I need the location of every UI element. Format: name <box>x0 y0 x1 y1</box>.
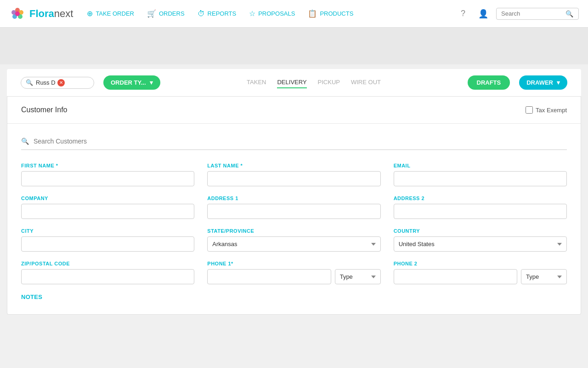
tab-wire-out[interactable]: WIRE OUT <box>351 77 381 88</box>
main-nav: ⊕ TAKE ORDER 🛒 ORDERS ⏱ REPORTS ☆ PROPOS… <box>87 9 456 18</box>
first-name-label: FIRST NAME * <box>21 163 194 168</box>
logo-text: Floranext <box>29 8 73 20</box>
drawer-button[interactable]: DRAWER ▾ <box>519 75 567 90</box>
tab-pickup[interactable]: PICKUP <box>318 77 340 88</box>
order-type-chevron-icon: ▾ <box>150 79 153 86</box>
customer-info-title: Customer Info <box>21 106 67 114</box>
proposals-icon: ☆ <box>249 9 255 18</box>
phone1-group: PHONE 1* Type Mobile Home Work <box>207 261 380 284</box>
zip-group: ZIP/POSTAL CODE <box>21 261 194 284</box>
user-button[interactable]: 👤 <box>476 6 491 21</box>
phone1-inputs: Type Mobile Home Work <box>207 269 380 284</box>
state-group: STATE/PROVINCE Arkansas Alabama Alaska A… <box>207 228 380 252</box>
company-group: COMPANY <box>21 196 194 219</box>
reports-icon: ⏱ <box>198 10 205 18</box>
phone2-type-select[interactable]: Type Mobile Home Work <box>521 269 567 284</box>
country-select[interactable]: United States Canada Mexico <box>394 236 567 252</box>
customer-search-icon: 🔍 <box>26 79 33 86</box>
orders-icon: 🛒 <box>147 9 156 18</box>
address1-input[interactable] <box>207 204 380 219</box>
first-name-input[interactable] <box>21 171 194 186</box>
phone2-inputs: Type Mobile Home Work <box>394 269 567 284</box>
customer-form: FIRST NAME * LAST NAME * EMAIL COMPANY A… <box>21 163 567 284</box>
phone2-input[interactable] <box>394 269 517 284</box>
nav-take-order[interactable]: ⊕ TAKE ORDER <box>87 9 134 18</box>
customer-tag: Russ D ✕ <box>36 79 65 86</box>
phone1-input[interactable] <box>207 269 331 284</box>
search-customers-icon: 🔍 <box>21 138 29 145</box>
notes-link[interactable]: NOTES <box>21 293 42 300</box>
form-area: 🔍 FIRST NAME * LAST NAME * EMAIL COMPANY <box>7 124 581 314</box>
country-group: COUNTRY United States Canada Mexico <box>394 228 567 252</box>
last-name-group: LAST NAME * <box>207 163 380 186</box>
banner <box>0 28 588 64</box>
address2-input[interactable] <box>394 204 567 219</box>
nav-products[interactable]: 📋 PRODUCTS <box>308 9 353 18</box>
search-customers-input[interactable] <box>34 138 567 145</box>
tax-exempt-section: Tax Exempt <box>526 106 567 114</box>
tab-taken[interactable]: TAKEN <box>247 77 266 88</box>
help-button[interactable]: ? <box>456 6 470 21</box>
email-input[interactable] <box>394 171 567 186</box>
order-type-button[interactable]: ORDER TY... ▾ <box>103 75 160 90</box>
search-input[interactable] <box>501 10 565 17</box>
address2-label: ADDRESS 2 <box>394 196 567 201</box>
zip-input[interactable] <box>21 269 194 284</box>
nav-reports[interactable]: ⏱ REPORTS <box>198 10 237 18</box>
zip-label: ZIP/POSTAL CODE <box>21 261 194 266</box>
search-customers-row: 🔍 <box>21 138 567 150</box>
company-input[interactable] <box>21 204 194 219</box>
first-name-group: FIRST NAME * <box>21 163 194 186</box>
header-search: 🔍 <box>496 8 579 20</box>
country-label: COUNTRY <box>394 228 567 234</box>
svg-point-5 <box>15 12 20 16</box>
main-content: Customer Info Tax Exempt 🔍 FIRST NAME * … <box>7 97 581 315</box>
phone1-type-select[interactable]: Type Mobile Home Work <box>335 269 381 284</box>
tab-delivery[interactable]: DELIVERY <box>277 77 306 88</box>
company-label: COMPANY <box>21 196 194 201</box>
tax-exempt-checkbox[interactable] <box>526 106 533 114</box>
drawer-chevron-icon: ▾ <box>557 79 560 86</box>
city-label: CITY <box>21 228 194 234</box>
customer-search-box[interactable]: 🔍 Russ D ✕ <box>21 77 94 89</box>
email-group: EMAIL <box>394 163 567 186</box>
toolbar: 🔍 Russ D ✕ ORDER TY... ▾ TAKEN DELIVERY … <box>7 69 581 97</box>
tax-exempt-label: Tax Exempt <box>536 107 567 114</box>
address1-group: ADDRESS 1 <box>207 196 380 219</box>
help-icon: ? <box>461 9 465 18</box>
drafts-button[interactable]: DRAFTS <box>468 75 510 90</box>
state-select[interactable]: Arkansas Alabama Alaska Arizona Californ… <box>207 236 380 252</box>
user-icon: 👤 <box>478 9 488 19</box>
order-tabs: TAKEN DELIVERY PICKUP WIRE OUT <box>170 77 458 88</box>
last-name-label: LAST NAME * <box>207 163 380 168</box>
logo-icon <box>9 6 26 22</box>
take-order-icon: ⊕ <box>87 9 93 18</box>
city-input[interactable] <box>21 236 194 252</box>
city-group: CITY <box>21 228 194 252</box>
address1-label: ADDRESS 1 <box>207 196 380 201</box>
nav-orders[interactable]: 🛒 ORDERS <box>147 9 185 18</box>
remove-customer-button[interactable]: ✕ <box>57 79 65 86</box>
main-header: Floranext ⊕ TAKE ORDER 🛒 ORDERS ⏱ REPORT… <box>0 0 588 28</box>
email-label: EMAIL <box>394 163 567 168</box>
customer-info-header: Customer Info Tax Exempt <box>7 97 581 124</box>
phone2-group: PHONE 2 Type Mobile Home Work <box>394 261 567 284</box>
nav-proposals[interactable]: ☆ PROPOSALS <box>249 9 295 18</box>
header-right: ? 👤 🔍 <box>456 6 579 21</box>
state-label: STATE/PROVINCE <box>207 228 380 234</box>
phone2-label: PHONE 2 <box>394 261 567 266</box>
address2-group: ADDRESS 2 <box>394 196 567 219</box>
logo: Floranext <box>9 6 73 22</box>
customer-name: Russ D <box>36 79 56 86</box>
search-icon: 🔍 <box>565 10 573 17</box>
last-name-input[interactable] <box>207 171 380 186</box>
phone1-label: PHONE 1* <box>207 261 380 266</box>
products-icon: 📋 <box>308 9 317 18</box>
